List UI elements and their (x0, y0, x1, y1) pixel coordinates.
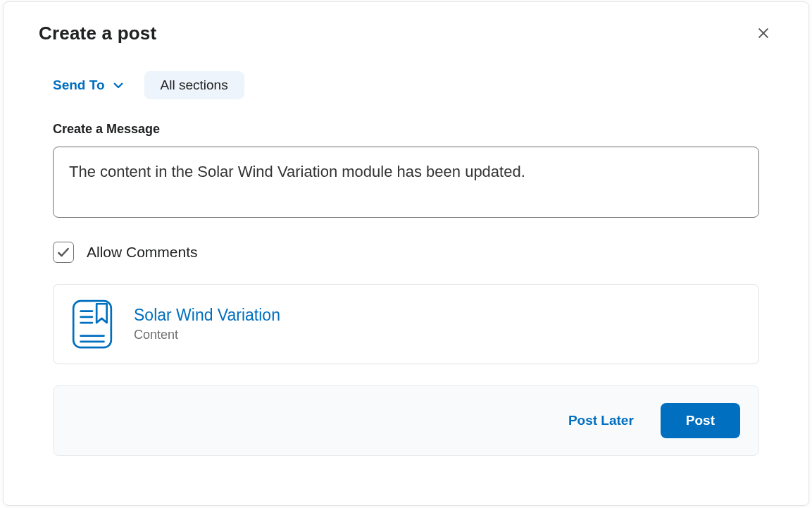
message-label: Create a Message (53, 122, 759, 137)
attachment-text: Solar Wind Variation Content (134, 306, 280, 342)
modal-body: Send To All sections Create a Message Al… (4, 53, 808, 456)
close-button[interactable] (751, 20, 776, 46)
section-chip[interactable]: All sections (144, 71, 244, 99)
modal-title: Create a post (39, 23, 156, 44)
modal-header: Create a post (4, 2, 808, 53)
attachment-title-link[interactable]: Solar Wind Variation (134, 306, 280, 325)
content-module-icon (69, 297, 115, 351)
post-button[interactable]: Post (661, 403, 740, 438)
attachment-card: Solar Wind Variation Content (53, 284, 759, 364)
close-icon (756, 26, 770, 40)
send-to-row: Send To All sections (53, 71, 759, 99)
allow-comments-checkbox[interactable] (53, 242, 74, 263)
allow-comments-row: Allow Comments (53, 242, 759, 263)
chevron-down-icon (112, 79, 125, 92)
allow-comments-label: Allow Comments (87, 244, 198, 261)
send-to-label: Send To (53, 78, 105, 93)
message-input[interactable] (53, 147, 759, 218)
create-post-modal: Create a post Send To All sections Creat… (3, 1, 809, 506)
svg-rect-2 (73, 301, 111, 347)
post-later-button[interactable]: Post Later (566, 406, 637, 435)
send-to-dropdown[interactable]: Send To (53, 78, 125, 93)
attachment-subtitle: Content (134, 328, 280, 342)
check-icon (56, 245, 70, 259)
action-bar: Post Later Post (53, 385, 759, 456)
